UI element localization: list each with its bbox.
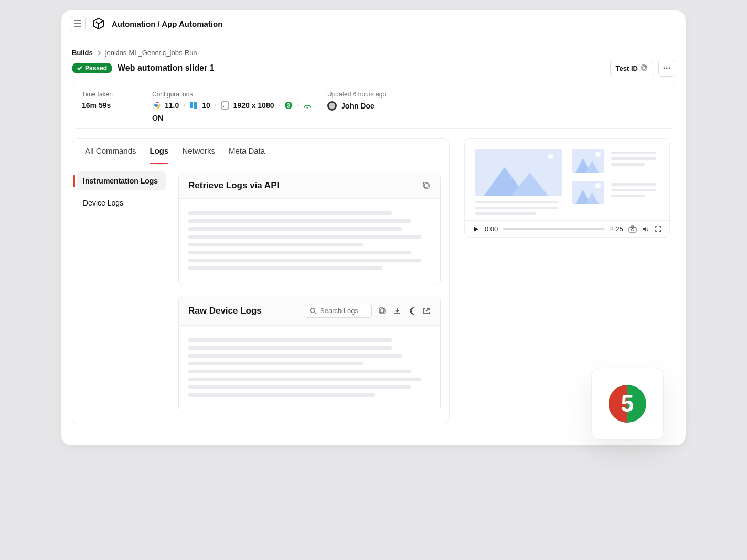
card-retrieve-logs: Retrieve Logs via API (178, 173, 441, 285)
avatar (327, 101, 337, 111)
svg-rect-7 (190, 102, 193, 105)
placeholder-line (188, 346, 392, 350)
logs-panel: All Commands Logs Networks Meta Data Ins… (72, 138, 450, 424)
placeholder-line (611, 152, 656, 154)
placeholder-line (188, 219, 411, 223)
copy-button[interactable] (422, 181, 431, 190)
breadcrumb: Builds jenkins-ML_Generic_jobs-Run (72, 49, 675, 57)
logs-cards: Retrieve Logs via API (170, 164, 449, 424)
placeholder-line (475, 212, 536, 215)
breadcrumb-root[interactable]: Builds (72, 49, 93, 57)
test-title: Web automation slider 1 (118, 63, 215, 73)
video-seekbar[interactable] (503, 228, 604, 230)
card-retrieve-body (179, 199, 440, 285)
play-button[interactable] (472, 225, 479, 233)
resolution-icon (221, 101, 229, 110)
more-button[interactable] (658, 60, 675, 77)
title-actions: Test ID (610, 60, 675, 77)
camera-icon (628, 225, 637, 233)
meta-time-value: 16m 59s (82, 101, 140, 110)
test-id-label: Test ID (616, 64, 638, 72)
open-external-button[interactable] (422, 307, 431, 315)
card-raw-title: Raw Device Logs (188, 306, 262, 316)
image-placeholder (475, 149, 562, 196)
card-retrieve-head: Retrieve Logs via API (179, 173, 440, 199)
screenshot-button[interactable] (628, 225, 637, 233)
search-icon (310, 307, 317, 315)
svg-rect-17 (380, 309, 385, 314)
svg-point-13 (307, 107, 308, 109)
card-raw-logs: Raw Device Logs Search Logs (178, 296, 441, 412)
placeholder-line (611, 189, 656, 191)
svg-point-2 (664, 68, 665, 69)
browser-version: 11.0 (165, 101, 179, 110)
copy-icon (378, 307, 387, 315)
test-id-button[interactable]: Test ID (610, 61, 654, 76)
svg-rect-15 (423, 182, 428, 187)
meta-time-label: Time taken (82, 91, 140, 98)
title-row: Passed Web automation slider 1 Test ID (72, 60, 675, 77)
video-thumb-col-left (475, 149, 562, 215)
copy-icon (641, 64, 648, 72)
user-name: John Doe (341, 102, 375, 110)
video-thumb-col-right (572, 149, 659, 215)
menu-button[interactable] (70, 16, 86, 31)
video-time-current: 0:00 (485, 225, 498, 233)
leftnav-device[interactable]: Device Logs (77, 193, 166, 212)
tab-networks[interactable]: Networks (182, 146, 215, 164)
search-logs-input[interactable]: Search Logs (304, 304, 372, 318)
tab-metadata[interactable]: Meta Data (229, 146, 265, 164)
download-button[interactable] (393, 307, 401, 315)
placeholder-line (188, 338, 392, 342)
network-status: ON (152, 114, 163, 122)
card-raw-body (179, 326, 440, 412)
video-panel: 0:00 2:25 (464, 138, 670, 238)
external-link-icon (422, 307, 431, 315)
placeholder-line (188, 227, 402, 231)
content: Builds jenkins-ML_Generic_jobs-Run Passe… (61, 37, 686, 424)
chevron-right-icon (97, 50, 101, 56)
leftnav-instrumentation[interactable]: Instrumentation Logs (77, 171, 166, 190)
theme-button[interactable] (408, 307, 416, 315)
svg-text:5: 5 (621, 391, 634, 416)
brand-logo (92, 17, 105, 30)
moon-icon (408, 307, 416, 315)
svg-rect-18 (379, 308, 384, 313)
placeholder-line (611, 163, 645, 166)
placeholder-line (611, 195, 645, 197)
placeholder-line (188, 370, 411, 373)
meta-updated-label: Updated 6 hours ago (327, 91, 665, 98)
meta-updated: Updated 6 hours ago John Doe (327, 91, 665, 122)
status-label: Passed (85, 64, 107, 72)
placeholder-line (188, 259, 421, 262)
placeholder-line (188, 243, 363, 246)
tab-all-commands[interactable]: All Commands (85, 146, 136, 164)
placeholder-line (611, 183, 656, 186)
svg-rect-8 (194, 102, 197, 105)
tabs: All Commands Logs Networks Meta Data (72, 139, 449, 164)
card-raw-head: Raw Device Logs Search Logs (179, 296, 440, 326)
hamburger-icon (74, 20, 81, 27)
brand-logo-icon (92, 17, 105, 30)
topbar-title: Automation / App Automation (112, 19, 222, 28)
card-retrieve-actions (422, 181, 431, 190)
logs-body: Instrumentation Logs Device Logs Retriev… (72, 164, 449, 424)
play-icon (472, 225, 479, 233)
tab-logs[interactable]: Logs (150, 146, 169, 164)
check-icon (77, 66, 82, 71)
card-retrieve-title: Retrieve Logs via API (188, 180, 279, 191)
video-controls: 0:00 2:25 (465, 220, 669, 237)
fullscreen-button[interactable] (655, 225, 662, 233)
svg-rect-9 (190, 105, 193, 108)
status-badge: Passed (72, 63, 112, 73)
meta-user: John Doe (327, 101, 665, 111)
placeholder-line (475, 207, 558, 209)
volume-button[interactable] (642, 225, 649, 233)
copy-button[interactable] (378, 307, 387, 315)
meta-config-label: Configurations (152, 91, 315, 98)
svg-point-12 (285, 102, 292, 109)
svg-point-16 (311, 308, 315, 312)
placeholder-line (611, 157, 656, 160)
placeholder-line (475, 201, 558, 203)
selenium-badge-icon: 5 (608, 384, 647, 423)
